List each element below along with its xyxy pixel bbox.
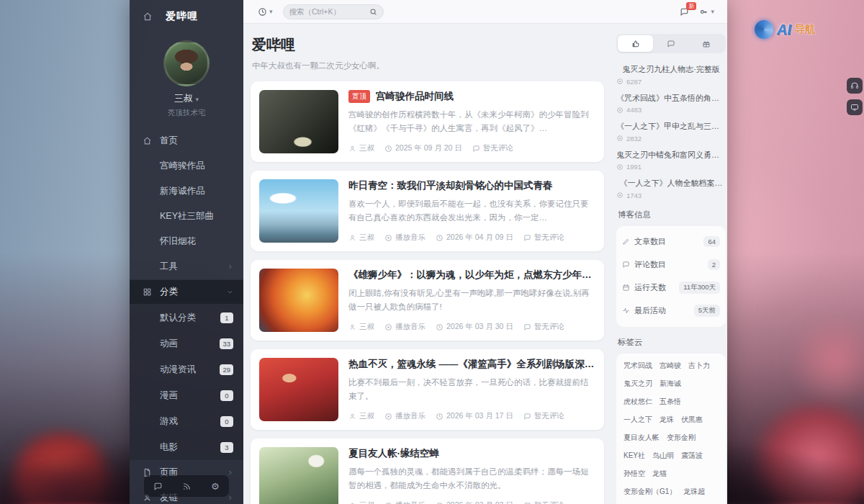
search-input[interactable] <box>289 7 365 16</box>
post-title-link[interactable]: 昨日青空：致我们平淡却刻骨铭心的中国式青春 <box>348 179 553 192</box>
post-music-button[interactable]: 播放音乐 <box>384 500 426 504</box>
comment-icon <box>472 145 480 153</box>
clock-icon <box>436 413 444 420</box>
post-music-button[interactable]: 播放音乐 <box>384 322 426 332</box>
hot-post[interactable]: 鬼灭之刃中锖兔和富冈义勇的… 1991 <box>616 149 726 171</box>
tag[interactable]: 震荡波 <box>681 451 703 461</box>
tab-comments[interactable] <box>653 35 688 52</box>
theme-toggle[interactable]: ▾ <box>258 7 273 17</box>
post-title-link[interactable]: 热血不灭，篮魂永续 ——《灌篮高手》全系列剧场版深度解析 <box>348 358 595 371</box>
chevron-right-icon <box>227 495 233 501</box>
tab-gift[interactable] <box>689 35 724 52</box>
post-meta: 三叔 播放音乐 2026 年 03 月 17 日 <box>348 411 595 421</box>
tag[interactable]: 伏黑惠 <box>681 415 703 425</box>
user-menu-button[interactable]: ▾ <box>699 7 714 17</box>
tag[interactable]: 龙珠 <box>660 415 674 425</box>
settings-button[interactable]: ⚙ <box>211 482 220 491</box>
views-icon <box>616 78 624 85</box>
post-title-link[interactable]: 夏目友人帐·缘结空蝉 <box>348 447 439 460</box>
post-body: 置顶 宫崎骏作品时间线 宫崎骏的创作历程横跨数十年，从《未来少年柯南》的少年冒险… <box>348 90 595 153</box>
view-count: 4483 <box>616 106 726 114</box>
thumbs-up-icon <box>631 40 640 48</box>
tab-hot-posts[interactable] <box>618 35 653 52</box>
sidebar-item-key[interactable]: KEY社三部曲 <box>130 204 243 229</box>
post-comments[interactable]: 暂无评论 <box>523 500 564 504</box>
post-thumbnail[interactable] <box>259 179 338 243</box>
category-list: 默认分类 1 动画 33 动漫资讯 29 漫画 0 游戏 0 <box>130 305 243 460</box>
search-icon <box>369 8 377 16</box>
post-card: 夏目友人帐·缘结空蝉 愿每一个孤独的灵魂，都能遇到属于自己的温柔羁绊；愿每一场短… <box>251 438 604 504</box>
hot-post[interactable]: 《咒术回战》中五条悟的角色… 4483 <box>616 92 726 114</box>
tag[interactable]: 五条悟 <box>660 397 681 407</box>
comments-button[interactable] <box>153 482 163 491</box>
stat-article-count: 文章数目 64 <box>622 230 720 253</box>
post-thumbnail[interactable] <box>259 269 338 332</box>
sidebar-section-categories[interactable]: 分类 <box>130 279 243 305</box>
tag[interactable]: 鸟山明 <box>652 451 674 461</box>
tag[interactable]: 龙猫 <box>652 469 667 479</box>
post-comments[interactable]: 暂无评论 <box>523 233 564 243</box>
post-card: 昨日青空：致我们平淡却刻骨铭心的中国式青春 喜欢一个人，即便到最后不能在一起，也… <box>251 171 604 251</box>
sidebar-item-home[interactable]: 首页 <box>130 128 243 153</box>
post-comments[interactable]: 暂无评论 <box>523 322 564 332</box>
chevron-down-icon: ▾ <box>711 8 714 15</box>
notifications-button[interactable]: 新 <box>680 7 689 17</box>
post-thumbnail[interactable] <box>259 447 338 504</box>
tag[interactable]: 吉卜力 <box>688 361 710 371</box>
tag[interactable]: 咒术回战 <box>624 361 652 371</box>
sidebar-item-shinkai[interactable]: 新海诚作品 <box>130 179 243 204</box>
tag-cloud: 咒术回战宫崎骏吉卜力鬼灭之刃新海诚虎杖悠仁五条悟一人之下龙珠伏黑惠夏目友人帐变形… <box>616 354 726 504</box>
post-date: 2025 年 09 月 20 日 <box>384 143 462 153</box>
post-thumbnail[interactable] <box>259 358 338 421</box>
float-headset-button[interactable] <box>847 78 863 94</box>
tag[interactable]: 夏目友人帐 <box>624 433 660 443</box>
profile-name: 三叔 <box>174 93 193 104</box>
tag[interactable]: KEY社 <box>624 451 645 461</box>
post-body: 昨日青空：致我们平淡却刻骨铭心的中国式青春 喜欢一个人，即便到最后不能在一起，也… <box>348 179 595 243</box>
category-anime[interactable]: 动画 33 <box>130 330 243 356</box>
category-default[interactable]: 默认分类 1 <box>130 305 243 330</box>
post-title-link[interactable]: 宫崎骏作品时间线 <box>376 90 454 103</box>
right-sidebar: 鬼灭之刃九柱人物志·完整版 6287 《咒术回战》中五条悟的角色… 4483 《… <box>616 34 726 504</box>
avatar[interactable] <box>163 40 210 86</box>
hot-post[interactable]: 《一人之下》甲申之乱与三十… 2832 <box>616 120 726 143</box>
tag[interactable]: 宫崎骏 <box>660 361 681 371</box>
sidebar-item-tools[interactable]: 工具 <box>130 254 243 279</box>
comment-icon <box>667 40 675 48</box>
stat-last-activity: 最后活动 5天前 <box>622 300 720 323</box>
tag[interactable]: 新海诚 <box>660 379 681 389</box>
tag[interactable]: 一人之下 <box>624 415 652 425</box>
post-music-button[interactable]: 播放音乐 <box>384 411 426 421</box>
hot-post[interactable]: 鬼灭之刃九柱人物志·完整版 6287 <box>616 63 726 86</box>
post-comments[interactable]: 暂无评论 <box>472 143 513 153</box>
category-movies[interactable]: 电影 3 <box>130 434 243 460</box>
post-thumbnail[interactable] <box>259 90 338 153</box>
site-header[interactable]: 爱哔哩 <box>130 0 243 30</box>
category-games[interactable]: 游戏 0 <box>130 408 243 434</box>
category-manga[interactable]: 漫画 0 <box>130 382 243 408</box>
watermark-ai-text: AI <box>777 22 791 38</box>
chevron-right-icon <box>227 264 233 270</box>
sidebar-item-miyazaki[interactable]: 宫崎骏作品 <box>130 153 243 179</box>
hot-post[interactable]: 《一人之下》人物全貌档案… 1743 <box>616 177 726 199</box>
pinned-badge: 置顶 <box>348 90 370 103</box>
post-author: 三叔 <box>348 411 374 421</box>
category-anime-news[interactable]: 动漫资讯 29 <box>130 356 243 382</box>
tag[interactable]: 孙悟空 <box>624 469 645 479</box>
post-comments[interactable]: 暂无评论 <box>523 411 564 421</box>
post-title-link[interactable]: 《雄狮少年》：以狮为魂，以少年为炬，点燃东方少年的热血与坚… <box>348 269 595 282</box>
category-count-badge: 0 <box>220 416 233 427</box>
tag[interactable]: 变形金刚（G1） <box>624 487 676 497</box>
tag[interactable]: 鬼灭之刃 <box>624 379 652 389</box>
tag[interactable]: 变形金刚 <box>667 433 696 443</box>
rss-button[interactable] <box>182 482 192 491</box>
watermark-swirl-icon <box>755 20 773 39</box>
post-music-button[interactable]: 播放音乐 <box>384 233 426 243</box>
tag[interactable]: 龙珠超 <box>683 487 705 497</box>
post-date: 2026 年 03 月 02 日 <box>436 500 513 504</box>
tag[interactable]: 虎杖悠仁 <box>624 397 652 407</box>
float-monitor-button[interactable] <box>847 99 863 115</box>
sidebar-item-fireworks[interactable]: 怀旧烟花 <box>130 229 243 254</box>
profile-name-row[interactable]: 三叔 ▾ <box>130 92 243 105</box>
blog-info-card: 文章数目 64 评论数目 2 运行天数 11年300天 <box>616 226 726 327</box>
